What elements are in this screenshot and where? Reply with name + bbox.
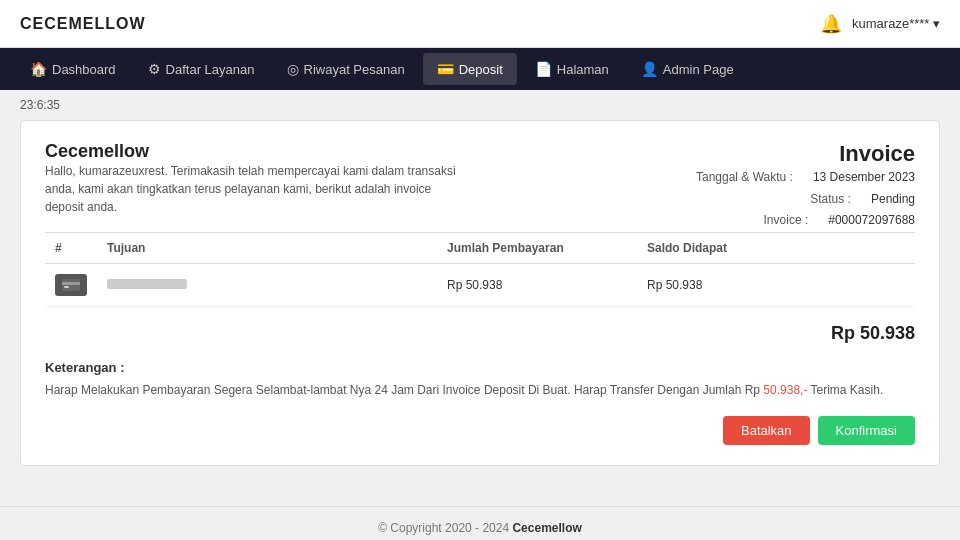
tujuan-blurred: [107, 279, 187, 289]
row-tujuan-cell: [97, 264, 437, 307]
keterangan-text-2: Terima Kasih.: [807, 383, 883, 397]
invoice-title: Invoice: [696, 141, 915, 167]
card-left: Cecemellow Hallo, kumarazeuxrest. Terima…: [45, 141, 465, 232]
table-row: Rp 50.938 Rp 50.938: [45, 264, 915, 307]
invoice-number-value: #000072097688: [828, 210, 915, 232]
cancel-button[interactable]: Batalkan: [723, 416, 810, 445]
nav-item-riwayat-pesanan[interactable]: ◎ Riwayat Pesanan: [273, 53, 419, 85]
confirm-button[interactable]: Konfirmasi: [818, 416, 915, 445]
keterangan-text-1: Harap Melakukan Pembayaran Segera Selamb…: [45, 383, 763, 397]
footer-brand: Cecemellow: [512, 521, 581, 535]
nav-item-daftar-layanan[interactable]: ⚙ Daftar Layanan: [134, 53, 269, 85]
status-label: Status :: [810, 189, 851, 211]
keterangan-title: Keterangan :: [45, 360, 915, 375]
nav-item-deposit[interactable]: 💳 Deposit: [423, 53, 517, 85]
notification-bell-icon[interactable]: 🔔: [820, 13, 842, 35]
row-icon-cell: [45, 264, 97, 307]
col-header-tujuan: Tujuan: [97, 233, 437, 264]
row-saldo-cell: Rp 50.938: [637, 264, 915, 307]
button-row: Batalkan Konfirmasi: [45, 416, 915, 445]
invoice-number-label: Invoice :: [764, 210, 809, 232]
nav-label-riwayat: Riwayat Pesanan: [304, 62, 405, 77]
total-amount: Rp 50.938: [45, 323, 915, 344]
footer: © Copyright 2020 - 2024 Cecemellow: [0, 506, 960, 540]
admin-icon: 👤: [641, 61, 658, 77]
daftar-layanan-icon: ⚙: [148, 61, 161, 77]
bank-icon: [55, 274, 87, 296]
nav-item-dashboard[interactable]: 🏠 Dashboard: [16, 53, 130, 85]
status-value: Pending: [871, 189, 915, 211]
row-jumlah-cell: Rp 50.938: [437, 264, 637, 307]
col-header-hash: #: [45, 233, 97, 264]
timestamp: 23:6:35: [20, 98, 60, 112]
brand-logo: CECEMELLOW: [20, 15, 146, 33]
nav-menu: 🏠 Dashboard ⚙ Daftar Layanan ◎ Riwayat P…: [0, 48, 960, 90]
riwayat-icon: ◎: [287, 61, 299, 77]
col-header-saldo: Saldo Didapat: [637, 233, 915, 264]
invoice-table: # Tujuan Jumlah Pembayaran Saldo Didapat: [45, 232, 915, 307]
invoice-number-row: Invoice : #000072097688: [696, 210, 915, 232]
user-dropdown[interactable]: kumaraze**** ▾: [852, 16, 940, 31]
nav-label-admin: Admin Page: [663, 62, 734, 77]
invoice-info: Tanggal & Waktu : 13 Desember 2023 Statu…: [696, 167, 915, 232]
date-label: Tanggal & Waktu :: [696, 167, 793, 189]
keterangan-text: Harap Melakukan Pembayaran Segera Selamb…: [45, 381, 915, 400]
nav-item-admin-page[interactable]: 👤 Admin Page: [627, 53, 748, 85]
card-header-section: Cecemellow Hallo, kumarazeuxrest. Terima…: [45, 141, 915, 232]
nav-label-halaman: Halaman: [557, 62, 609, 77]
status-row: Status : Pending: [696, 189, 915, 211]
keterangan-section: Keterangan : Harap Melakukan Pembayaran …: [45, 360, 915, 400]
halaman-icon: 📄: [535, 61, 552, 77]
invoice-card: Cecemellow Hallo, kumarazeuxrest. Terima…: [20, 120, 940, 466]
date-row: Tanggal & Waktu : 13 Desember 2023: [696, 167, 915, 189]
nav-label-dashboard: Dashboard: [52, 62, 116, 77]
nav-label-daftar-layanan: Daftar Layanan: [166, 62, 255, 77]
col-header-jumlah: Jumlah Pembayaran: [437, 233, 637, 264]
dashboard-icon: 🏠: [30, 61, 47, 77]
main-content: Cecemellow Hallo, kumarazeuxrest. Terima…: [0, 120, 960, 506]
svg-rect-2: [64, 286, 69, 288]
deposit-icon: 💳: [437, 61, 454, 77]
navbar-right: 🔔 kumaraze**** ▾: [820, 13, 940, 35]
nav-item-halaman[interactable]: 📄 Halaman: [521, 53, 623, 85]
footer-text: © Copyright 2020 - 2024: [378, 521, 512, 535]
keterangan-highlight: 50.938,-: [763, 383, 807, 397]
top-navbar: CECEMELLOW 🔔 kumaraze**** ▾: [0, 0, 960, 48]
company-name: Cecemellow: [45, 141, 465, 162]
nav-label-deposit: Deposit: [459, 62, 503, 77]
date-value: 13 Desember 2023: [813, 167, 915, 189]
card-right: Invoice Tanggal & Waktu : 13 Desember 20…: [696, 141, 915, 232]
timestamp-bar: 23:6:35: [0, 90, 960, 120]
svg-rect-1: [62, 282, 80, 285]
greeting-text: Hallo, kumarazeuxrest. Terimakasih telah…: [45, 162, 465, 216]
